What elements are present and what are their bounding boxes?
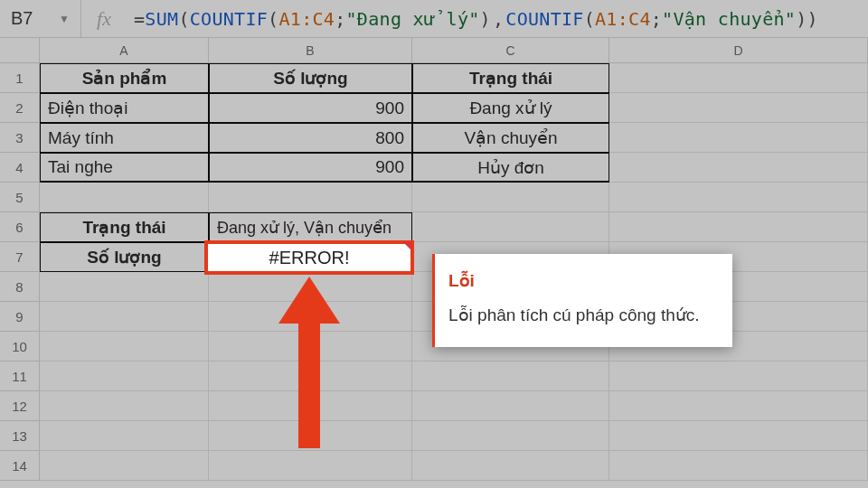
arrow-annotation xyxy=(278,277,340,448)
error-cell-highlight[interactable]: #ERROR! xyxy=(204,240,414,275)
cell-C4[interactable]: Hủy đơn xyxy=(412,153,609,183)
row-header-11[interactable]: 11 xyxy=(0,361,40,391)
cell-C6[interactable] xyxy=(412,212,609,242)
col-header-C[interactable]: C xyxy=(412,38,609,62)
tooltip-accent-bar xyxy=(432,254,435,347)
cell-A14[interactable] xyxy=(40,451,209,481)
formula-input[interactable]: =SUM(COUNTIF(A1:C4;"Đang xử lý"),COUNTIF… xyxy=(127,8,868,30)
formula-cursor: , xyxy=(491,8,505,30)
cell-A8[interactable] xyxy=(40,272,209,302)
chevron-down-icon[interactable]: ▼ xyxy=(59,13,70,25)
select-all-corner[interactable] xyxy=(0,38,40,62)
cell-B1[interactable]: Số lượng xyxy=(209,63,412,93)
cell-C11[interactable] xyxy=(412,361,609,391)
col-header-B[interactable]: B xyxy=(209,38,412,62)
cell-B14[interactable] xyxy=(209,451,412,481)
column-headers: A B C D xyxy=(0,38,868,63)
cell-D13[interactable] xyxy=(609,421,868,451)
row-header-2[interactable]: 2 xyxy=(0,93,40,123)
cell-A2[interactable]: Điện thoại xyxy=(40,93,209,123)
formula-close: ) xyxy=(807,8,818,30)
formula-cif1: COUNTIF xyxy=(190,8,268,30)
cell-D5[interactable] xyxy=(609,183,868,212)
error-triangle-icon xyxy=(403,242,412,251)
formula-str1: "Đang xử lý" xyxy=(346,8,480,30)
row-header-12[interactable]: 12 xyxy=(0,391,40,421)
error-tooltip: Lỗi Lỗi phân tích cú pháp công thức. xyxy=(432,254,732,347)
name-box[interactable]: B7 ▼ xyxy=(0,0,81,37)
cell-B4[interactable]: 900 xyxy=(209,153,412,183)
row-header-7[interactable]: 7 xyxy=(0,242,40,272)
cell-A10[interactable] xyxy=(40,332,209,361)
cell-C13[interactable] xyxy=(412,421,609,451)
row-header-8[interactable]: 8 xyxy=(0,272,40,302)
cell-A1[interactable]: Sản phẩm xyxy=(40,63,209,93)
col-header-D[interactable]: D xyxy=(609,38,868,62)
row-header-14[interactable]: 14 xyxy=(0,451,40,481)
col-header-A[interactable]: A xyxy=(40,38,209,62)
cell-C14[interactable] xyxy=(412,451,609,481)
row-header-3[interactable]: 3 xyxy=(0,123,40,153)
row-header-1[interactable]: 1 xyxy=(0,63,40,93)
cell-D14[interactable] xyxy=(609,451,868,481)
row-header-4[interactable]: 4 xyxy=(0,153,40,183)
cell-B2[interactable]: 900 xyxy=(209,93,412,123)
cell-A6[interactable]: Trạng thái xyxy=(40,212,209,242)
cell-B3[interactable]: 800 xyxy=(209,123,412,153)
cell-C3[interactable]: Vận chuyển xyxy=(412,123,609,153)
formula-open: ( xyxy=(178,8,189,30)
cell-D4[interactable] xyxy=(609,153,868,183)
cell-B5[interactable] xyxy=(209,183,412,212)
cell-D12[interactable] xyxy=(609,391,868,421)
row-header-6[interactable]: 6 xyxy=(0,212,40,242)
cell-D3[interactable] xyxy=(609,123,868,153)
cell-C5[interactable] xyxy=(412,183,609,212)
formula-bar: B7 ▼ fx =SUM(COUNTIF(A1:C4;"Đang xử lý")… xyxy=(0,0,868,38)
row-header-5[interactable]: 5 xyxy=(0,183,40,212)
error-cell-value: #ERROR! xyxy=(269,248,350,268)
cell-A7[interactable]: Số lượng xyxy=(40,242,209,272)
cell-A5[interactable] xyxy=(40,183,209,212)
cell-C12[interactable] xyxy=(412,391,609,421)
cell-A13[interactable] xyxy=(40,421,209,451)
cell-D2[interactable] xyxy=(609,93,868,123)
formula-ref2: A1:C4 xyxy=(595,8,651,30)
cell-C2[interactable]: Đang xử lý xyxy=(412,93,609,123)
formula-ref1: A1:C4 xyxy=(278,8,335,30)
formula-cif2: COUNTIF xyxy=(505,8,583,30)
row-header-10[interactable]: 10 xyxy=(0,332,40,361)
formula-sum: SUM xyxy=(145,8,178,30)
formula-str2: "Vận chuyển" xyxy=(662,8,796,30)
cell-A4[interactable]: Tai nghe xyxy=(40,153,209,183)
fx-icon[interactable]: fx xyxy=(81,7,127,31)
tooltip-title: Lỗi xyxy=(448,268,716,294)
tooltip-body: Lỗi phân tích cú pháp công thức. xyxy=(448,303,716,328)
formula-eq: = xyxy=(134,8,145,30)
cell-D6[interactable] xyxy=(609,212,868,242)
spreadsheet-app: B7 ▼ fx =SUM(COUNTIF(A1:C4;"Đang xử lý")… xyxy=(0,0,868,488)
row-header-9[interactable]: 9 xyxy=(0,302,40,332)
cell-A12[interactable] xyxy=(40,391,209,421)
name-box-value: B7 xyxy=(11,8,33,29)
cell-D11[interactable] xyxy=(609,361,868,391)
cell-C1[interactable]: Trạng thái xyxy=(412,63,609,93)
cell-A3[interactable]: Máy tính xyxy=(40,123,209,153)
cell-A9[interactable] xyxy=(40,302,209,332)
cell-D1[interactable] xyxy=(609,63,868,93)
cell-B6[interactable]: Đang xử lý, Vận chuyển xyxy=(209,212,412,242)
cell-A11[interactable] xyxy=(40,361,209,391)
row-header-13[interactable]: 13 xyxy=(0,421,40,451)
